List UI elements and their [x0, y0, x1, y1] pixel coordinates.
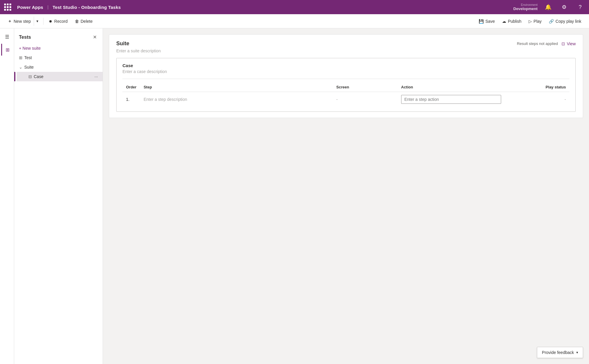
- settings-button[interactable]: ⚙: [559, 2, 569, 12]
- delete-button[interactable]: 🗑 Delete: [72, 17, 96, 25]
- provide-feedback-button[interactable]: Provide feedback ▾: [537, 347, 583, 358]
- steps-table-header: Order Step Screen Action Play status: [122, 82, 569, 92]
- suite-title: Suite: [116, 41, 129, 47]
- environment-name: Development: [513, 7, 538, 11]
- record-icon: ⏺: [49, 19, 52, 23]
- col-header-playstatus: Play status: [505, 82, 569, 92]
- plus-icon: ＋: [8, 19, 12, 24]
- app-title: Power Apps: [17, 5, 43, 10]
- play-label: Play: [534, 19, 542, 24]
- step-play-status: -: [505, 92, 569, 107]
- sidebar-case-row: ⊟ Case ···: [14, 72, 103, 81]
- steps-table-body: 1. Enter a step description -: [122, 92, 569, 107]
- sidebar-item-case[interactable]: ⊟ Case ···: [17, 72, 103, 81]
- case-title: Case: [122, 63, 569, 68]
- feedback-chevron-icon: ▾: [576, 350, 578, 355]
- left-nav: ☰ ⊞: [0, 28, 14, 364]
- publish-icon: ☁: [502, 19, 506, 24]
- topbar-right: Environment Development 🔔 ⚙ ?: [513, 2, 585, 12]
- new-step-group: ＋ New step ▾: [5, 17, 41, 26]
- tests-nav-icon: ⊞: [6, 47, 9, 53]
- copy-play-link-button[interactable]: 🔗 Copy play link: [546, 17, 584, 25]
- col-header-action: Action: [398, 82, 505, 92]
- waffle-menu-button[interactable]: [4, 2, 14, 12]
- view-icon: ⊡: [561, 41, 565, 46]
- studio-title: Test Studio - Onboarding Tasks: [53, 5, 121, 10]
- step-description: Enter a step description: [140, 92, 333, 107]
- case-more-button[interactable]: ···: [94, 74, 98, 79]
- sidebar-item-test-label: Test: [24, 55, 32, 60]
- col-header-screen: Screen: [333, 82, 398, 92]
- save-icon: 💾: [479, 19, 484, 24]
- waffle-icon: [4, 4, 11, 11]
- col-header-order: Order: [122, 82, 140, 92]
- suite-chevron-icon: ⌄: [19, 65, 22, 69]
- publish-label: Publish: [508, 19, 522, 24]
- new-suite-button[interactable]: + New suite: [14, 43, 103, 53]
- step-order: 1.: [122, 92, 140, 107]
- help-icon: ?: [579, 4, 582, 10]
- feedback-label: Provide feedback: [542, 350, 574, 355]
- col-header-step: Step: [140, 82, 333, 92]
- case-divider: [122, 79, 569, 79]
- main-layout: ☰ ⊞ Tests ✕ + New suite ⊞ Test: [0, 28, 589, 364]
- step-action-cell: [398, 92, 505, 107]
- step-play-status-dash: -: [564, 97, 566, 102]
- case-card: Case Enter a case description Order Step…: [116, 58, 576, 112]
- help-button[interactable]: ?: [575, 2, 585, 12]
- sidebar: Tests ✕ + New suite ⊞ Test ⌄ Suite: [14, 28, 103, 364]
- save-button[interactable]: 💾 Save: [476, 17, 498, 25]
- active-indicator: [14, 72, 15, 81]
- chevron-down-icon: ▾: [36, 19, 38, 23]
- view-button[interactable]: ⊡ View: [561, 41, 576, 46]
- sidebar-close-button[interactable]: ✕: [92, 33, 98, 41]
- case-icon: ⊟: [28, 74, 32, 79]
- sidebar-item-case-label: Case: [34, 74, 43, 79]
- toolbar-right-actions: 💾 Save ☁ Publish ▷ Play 🔗 Copy play link: [476, 17, 584, 25]
- left-nav-hamburger[interactable]: ☰: [1, 31, 13, 43]
- result-steps-badge: Result steps not applied: [517, 41, 558, 46]
- new-step-button[interactable]: ＋ New step: [5, 17, 34, 26]
- toolbar-divider-1: [43, 18, 43, 25]
- close-icon: ✕: [93, 35, 97, 40]
- copy-play-link-label: Copy play link: [556, 19, 581, 24]
- table-row: 1. Enter a step description -: [122, 92, 569, 107]
- view-label: View: [567, 41, 576, 46]
- sidebar-content: + New suite ⊞ Test ⌄ Suite ⊟ Case ···: [14, 43, 103, 364]
- sidebar-item-suite-label: Suite: [24, 65, 34, 69]
- step-screen: -: [333, 92, 398, 107]
- sidebar-item-suite[interactable]: ⌄ Suite: [14, 62, 103, 72]
- left-nav-tests[interactable]: ⊞: [1, 44, 13, 56]
- new-step-dropdown-button[interactable]: ▾: [34, 17, 41, 26]
- notification-button[interactable]: 🔔: [543, 2, 554, 12]
- record-button[interactable]: ⏺ Record: [46, 17, 70, 25]
- copy-icon: 🔗: [549, 19, 554, 24]
- new-suite-label: + New suite: [19, 46, 41, 51]
- feedback-bar: Provide feedback ▾: [537, 347, 583, 358]
- title-separator: |: [47, 5, 49, 9]
- delete-label: Delete: [81, 19, 93, 24]
- suite-header: Suite Result steps not applied ⊡ View: [116, 41, 576, 47]
- sidebar-header-left: Tests: [19, 35, 31, 40]
- save-label: Save: [485, 19, 495, 24]
- test-item-icon: ⊞: [19, 55, 22, 60]
- settings-icon: ⚙: [562, 4, 567, 10]
- case-description-placeholder: Enter a case description: [122, 69, 569, 74]
- sidebar-title: Tests: [19, 35, 31, 40]
- step-description-placeholder: Enter a step description: [143, 97, 187, 102]
- notification-icon: 🔔: [545, 4, 551, 10]
- suite-card: Suite Result steps not applied ⊡ View En…: [109, 34, 583, 118]
- publish-button[interactable]: ☁ Publish: [499, 17, 525, 25]
- play-button[interactable]: ▷ Play: [526, 17, 545, 25]
- step-action-input[interactable]: [401, 95, 501, 104]
- play-icon: ▷: [529, 19, 532, 24]
- delete-icon: 🗑: [75, 19, 79, 24]
- steps-table: Order Step Screen Action Play status 1. …: [122, 82, 569, 107]
- hamburger-icon: ☰: [5, 34, 9, 40]
- sidebar-item-test[interactable]: ⊞ Test: [14, 53, 103, 62]
- suite-description-placeholder: Enter a suite description: [116, 48, 576, 53]
- topbar: Power Apps | Test Studio - Onboarding Ta…: [0, 0, 589, 14]
- suite-header-right: Result steps not applied ⊡ View: [517, 41, 576, 46]
- environment-selector[interactable]: Environment Development: [513, 3, 538, 11]
- step-screen-dash: -: [336, 97, 338, 102]
